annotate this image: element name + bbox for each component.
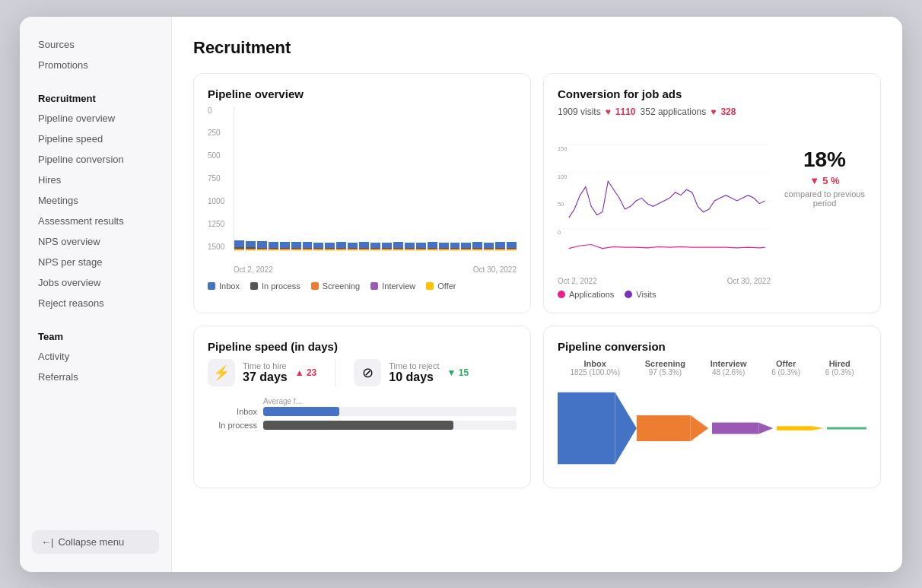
bar-segment xyxy=(472,242,482,248)
legend-interview: Interview xyxy=(370,281,415,291)
conversion-x-labels: Oct 2, 2022 Oct 30, 2022 xyxy=(558,277,771,285)
bar-segment xyxy=(439,243,449,249)
bar-group xyxy=(370,106,380,250)
sidebar-section-team: Team xyxy=(32,323,159,345)
funnel-interview-header: Interview 48 (2.6%) xyxy=(711,359,747,377)
bar-segment xyxy=(382,243,392,249)
collapse-menu-button[interactable]: ←| Collapse menu xyxy=(32,530,159,554)
bar-group xyxy=(257,106,267,250)
legend-dot-applications xyxy=(558,291,565,298)
legend-screening: Screening xyxy=(311,281,361,291)
bar-segment xyxy=(370,243,380,249)
conversion-title: Conversion for job ads xyxy=(558,87,866,100)
legend-visits: Visits xyxy=(625,290,656,299)
y-axis-labels: 1500 1250 1000 750 500 250 0 xyxy=(208,106,230,251)
sidebar-item-sources[interactable]: Sources xyxy=(32,35,159,54)
pipeline-speed-hbar: Average f... Inbox In process xyxy=(208,397,517,430)
bar-chart-bars xyxy=(234,106,517,251)
sidebar-item-assessment-results[interactable]: Assessment results xyxy=(32,211,159,230)
bar-group xyxy=(507,106,517,250)
sidebar-section-recruitment: Recruitment xyxy=(32,85,159,107)
hbar-inprocess-fill xyxy=(263,421,453,430)
legend-dot-interview xyxy=(370,282,378,290)
bar-segment xyxy=(336,242,346,248)
sidebar-item-referrals[interactable]: Referrals xyxy=(32,367,159,386)
reject-change: ▼ 15 xyxy=(447,367,469,378)
bar-group xyxy=(393,106,403,250)
bar-segment xyxy=(269,242,278,248)
legend-inbox: Inbox xyxy=(208,281,240,291)
pipeline-speed-title: Pipeline speed (in days) xyxy=(208,340,517,353)
pipeline-overview-chart: 1500 1250 1000 750 500 250 0 Oct 2, 2022… xyxy=(208,106,517,274)
time-to-hire-info: Time to hire 37 days xyxy=(243,361,288,384)
bar-group xyxy=(280,106,290,250)
sidebar-item-pipeline-speed[interactable]: Pipeline speed xyxy=(32,129,159,148)
bar-group xyxy=(348,106,358,250)
legend-inprocess: In process xyxy=(250,281,300,291)
svg-text:50: 50 xyxy=(558,201,564,208)
legend-dot-inprocess xyxy=(250,282,258,290)
sidebar-item-pipeline-conversion[interactable]: Pipeline conversion xyxy=(32,150,159,169)
bar-segment xyxy=(325,243,335,249)
bar-group xyxy=(269,106,278,250)
sidebar-item-pipeline-overview[interactable]: Pipeline overview xyxy=(32,109,159,128)
bar-segment xyxy=(348,243,358,249)
sidebar-item-promotions[interactable]: Promotions xyxy=(32,56,159,75)
sidebar-item-nps-per-stage[interactable]: NPS per stage xyxy=(32,253,159,272)
hire-change: ▲ 23 xyxy=(295,367,317,378)
bar-segment xyxy=(507,242,517,248)
svg-marker-13 xyxy=(758,422,773,434)
time-to-reject-icon: ⊘ xyxy=(354,359,381,386)
hbar-inbox: Inbox xyxy=(208,407,517,416)
sidebar-item-reject-reasons[interactable]: Reject reasons xyxy=(32,294,159,313)
legend-dot-inbox xyxy=(208,282,215,290)
page-title: Recruitment xyxy=(193,38,881,58)
sidebar-item-nps-overview[interactable]: NPS overview xyxy=(32,232,159,251)
bar-group xyxy=(439,106,449,250)
sidebar-item-hires[interactable]: Hires xyxy=(32,170,159,189)
funnel-hired-header: Hired 6 (0.3%) xyxy=(825,359,854,377)
bar-group xyxy=(313,106,323,250)
conversion-stats: 1909 visits ♥ 1110 352 applications ♥ 32… xyxy=(558,106,866,117)
bar-segment xyxy=(416,243,426,249)
funnel-svg xyxy=(558,383,866,474)
conversion-change: ▼ 5 % xyxy=(809,175,839,186)
hbar-inprocess: In process xyxy=(208,421,517,430)
pipeline-overview-legend: Inbox In process Screening Interview xyxy=(208,281,517,291)
bar-segment xyxy=(428,242,437,248)
charts-grid: Pipeline overview 1500 1250 1000 750 500… xyxy=(193,73,881,488)
svg-marker-12 xyxy=(712,422,758,434)
time-to-reject-stat: ⊘ Time to reject 10 days ▼ 15 xyxy=(354,359,469,386)
bar-segment xyxy=(234,240,244,247)
legend-offer: Offer xyxy=(426,281,456,291)
sidebar-item-jobs-overview[interactable]: Jobs overview xyxy=(32,273,159,292)
collapse-label: Collapse menu xyxy=(58,536,124,548)
bar-group xyxy=(428,106,437,250)
pipeline-speed-card: Pipeline speed (in days) ⚡ Time to hire … xyxy=(193,326,531,488)
sidebar-item-activity[interactable]: Activity xyxy=(32,347,159,366)
pipeline-conversion-title: Pipeline conversion xyxy=(558,340,866,353)
bar-group xyxy=(336,106,346,250)
speed-stats: ⚡ Time to hire 37 days ▲ 23 ⊘ Time to re… xyxy=(208,359,517,386)
bar-segment xyxy=(450,243,460,249)
collapse-icon: ←| xyxy=(41,536,53,548)
app-window: Sources Promotions Recruitment Pipeline … xyxy=(20,17,902,572)
legend-dot-screening xyxy=(311,282,319,290)
hbar-inbox-fill xyxy=(263,407,339,416)
x-axis-labels: Oct 2, 2022 Oct 30, 2022 xyxy=(234,265,517,274)
bar-group xyxy=(416,106,426,250)
bar-segment xyxy=(313,243,323,249)
bar-segment xyxy=(359,242,369,248)
bar-group xyxy=(495,106,505,250)
bar-segment xyxy=(393,242,403,248)
bar-group xyxy=(461,106,471,250)
time-to-hire-stat: ⚡ Time to hire 37 days ▲ 23 xyxy=(208,359,316,386)
svg-text:100: 100 xyxy=(558,173,567,180)
bar-group xyxy=(382,106,392,250)
bar-group xyxy=(303,106,313,250)
conversion-card: Conversion for job ads 1909 visits ♥ 111… xyxy=(543,73,881,313)
bar-group xyxy=(291,106,301,250)
bar-segment xyxy=(303,242,313,248)
time-to-reject-info: Time to reject 10 days xyxy=(389,361,439,384)
sidebar-item-meetings[interactable]: Meetings xyxy=(32,191,159,210)
